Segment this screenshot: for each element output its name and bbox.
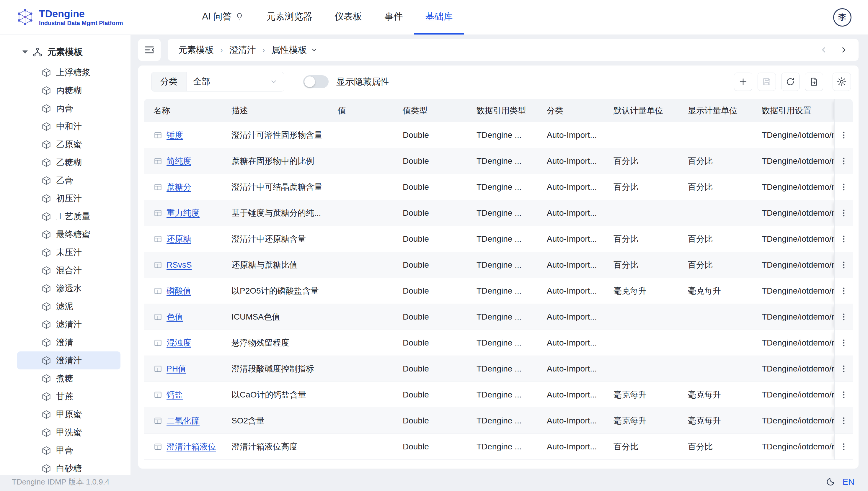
filter-row: 分类 全部 显示隐藏属性 xyxy=(144,71,852,99)
cell-data-ref-type: TDengine ... xyxy=(472,148,542,174)
nav-item[interactable]: 基础库 xyxy=(414,0,464,34)
user-avatar[interactable]: 李 xyxy=(833,8,851,27)
sidebar-tree-item[interactable]: 最终糖蜜 xyxy=(17,225,120,243)
dots-vertical-icon xyxy=(839,156,849,166)
nav-item[interactable]: 仪表板 xyxy=(323,0,373,34)
save-button[interactable] xyxy=(758,73,776,91)
caret-down-icon[interactable] xyxy=(23,51,28,54)
sidebar-tree-item[interactable]: 乙原蜜 xyxy=(17,136,120,153)
sidebar-tree-item[interactable]: 末压汁 xyxy=(17,243,120,261)
attribute-name-link[interactable]: 色值 xyxy=(167,311,183,322)
show-hidden-toggle[interactable] xyxy=(303,75,329,88)
sidebar-tree-item[interactable]: 甘蔗 xyxy=(17,387,120,405)
attribute-name-link[interactable]: PH值 xyxy=(167,363,186,374)
nav-item[interactable]: 事件 xyxy=(373,0,414,34)
sidebar-tree-item[interactable]: 澄清汁 xyxy=(17,351,120,370)
sidebar-tree-item[interactable]: 丙糖糊 xyxy=(17,82,120,99)
attribute-name-link[interactable]: 重力纯度 xyxy=(167,207,200,219)
sidebar-tree-item[interactable]: 上浮糖浆 xyxy=(17,63,120,82)
cell-data-ref-setting: TDengine/iotdemo/null xyxy=(757,278,834,304)
sidebar-tree-item[interactable]: 甲原蜜 xyxy=(17,405,120,424)
toggle-knob xyxy=(304,77,315,87)
attribute-name-link[interactable]: 钙盐 xyxy=(167,389,183,400)
cell-name: 简纯度 xyxy=(144,148,227,174)
nav-item[interactable]: AI 问答 xyxy=(191,0,255,34)
column-header: 默认计量单位 xyxy=(609,99,683,122)
sidebar-tree-item[interactable]: 煮糖 xyxy=(17,370,120,387)
row-menu-button[interactable] xyxy=(839,416,849,426)
sidebar-tree-item[interactable]: 乙糖糊 xyxy=(17,153,120,171)
cell-data-ref-type: TDengine ... xyxy=(472,200,542,226)
sidebar-tree-item[interactable]: 滤清汁 xyxy=(17,315,120,334)
export-button[interactable] xyxy=(805,73,823,91)
attribute-name-link[interactable]: 蔗糖分 xyxy=(167,181,191,193)
refresh-button[interactable] xyxy=(781,73,800,91)
attribute-name-link[interactable]: 磷酸值 xyxy=(167,285,191,296)
breadcrumb-separator: › xyxy=(262,46,265,55)
sidebar-tree-item[interactable]: 中和汁 xyxy=(17,117,120,136)
attribute-name-link[interactable]: 混浊度 xyxy=(167,337,191,348)
attribute-name-link[interactable]: 还原糖 xyxy=(167,233,191,244)
sidebar-tree-item[interactable]: 混合汁 xyxy=(17,261,120,280)
cell-name: 澄清汁箱液位 xyxy=(144,434,227,460)
cell-name: 二氧化硫 xyxy=(144,408,227,434)
sidebar-tree-item[interactable]: 渗透水 xyxy=(17,280,120,297)
sidebar-item-label: 乙原蜜 xyxy=(56,139,82,150)
attribute-name-link[interactable]: 简纯度 xyxy=(167,155,191,167)
add-attribute-button[interactable] xyxy=(734,73,752,91)
row-menu-button[interactable] xyxy=(839,208,849,218)
row-menu-button[interactable] xyxy=(839,364,849,374)
nav-item[interactable]: 元素浏览器 xyxy=(255,0,323,34)
sidebar-tree-item[interactable]: 丙膏 xyxy=(17,99,120,117)
sidebar-tree-item[interactable]: 甲洗蜜 xyxy=(17,424,120,441)
cell-display-unit: 百分比 xyxy=(683,148,757,174)
sidebar-root-element-templates[interactable]: 元素模板 xyxy=(13,42,126,63)
nav-item-label: AI 问答 xyxy=(202,10,231,23)
breadcrumb-item-current[interactable]: 属性模板 xyxy=(271,44,318,56)
dots-vertical-icon xyxy=(839,338,849,348)
row-menu-button[interactable] xyxy=(839,442,849,452)
sidebar-tree-item[interactable]: 澄清 xyxy=(17,334,120,351)
sidebar-collapse-button[interactable] xyxy=(138,39,161,61)
sidebar-tree-item[interactable]: 乙膏 xyxy=(17,171,120,190)
cell-data-ref-type: TDengine ... xyxy=(472,122,542,148)
attribute-name-link[interactable]: 澄清汁箱液位 xyxy=(167,441,216,452)
chevron-down-icon xyxy=(310,46,318,54)
breadcrumb-item-element[interactable]: 澄清汁 xyxy=(229,44,256,56)
attribute-name-link[interactable]: 二氧化硫 xyxy=(167,415,200,426)
breadcrumb-item-root[interactable]: 元素模板 xyxy=(178,44,214,56)
row-menu-button[interactable] xyxy=(839,260,849,270)
brand[interactable]: TDengine Industrial Data Mgmt Platform xyxy=(17,8,123,26)
sidebar-tree-item[interactable]: 滤泥 xyxy=(17,297,120,315)
cube-icon xyxy=(41,301,51,312)
sidebar-item-label: 甲原蜜 xyxy=(56,409,82,421)
settings-button[interactable] xyxy=(833,73,851,91)
show-hidden-toggle-label: 显示隐藏属性 xyxy=(336,76,389,88)
row-menu-button[interactable] xyxy=(839,338,849,348)
language-switch[interactable]: EN xyxy=(843,477,855,487)
attribute-name-link[interactable]: 锤度 xyxy=(167,129,183,141)
sidebar-tree-item[interactable]: 白砂糖 xyxy=(17,459,120,475)
attribute-name-link[interactable]: RSvsS xyxy=(167,260,192,270)
dots-vertical-icon xyxy=(839,260,849,270)
row-menu-button[interactable] xyxy=(839,156,849,166)
row-menu-button[interactable] xyxy=(839,130,849,140)
attribute-table-icon xyxy=(153,157,162,166)
sidebar-tree-item[interactable]: 甲膏 xyxy=(17,441,120,459)
dark-mode-toggle[interactable] xyxy=(825,477,836,487)
row-menu-button[interactable] xyxy=(839,312,849,322)
sidebar-tree-item[interactable]: 初压汁 xyxy=(17,190,120,207)
row-menu-button[interactable] xyxy=(839,182,849,192)
category-select[interactable]: 全部 xyxy=(187,72,284,91)
cell-data-ref-type: TDengine ... xyxy=(472,408,542,434)
table-row: 二氧化硫 SO2含量 Double TDengine ... Auto-Impo… xyxy=(144,408,852,434)
cell-category: Auto-Import... xyxy=(542,148,609,174)
prev-button[interactable] xyxy=(819,46,829,54)
sidebar-tree-item[interactable]: 工艺质量 xyxy=(17,207,120,225)
moon-icon xyxy=(825,477,836,487)
row-menu-button[interactable] xyxy=(839,286,849,296)
next-button[interactable] xyxy=(839,46,848,54)
cell-display-unit xyxy=(683,122,757,148)
row-menu-button[interactable] xyxy=(839,234,849,244)
row-menu-button[interactable] xyxy=(839,390,849,400)
